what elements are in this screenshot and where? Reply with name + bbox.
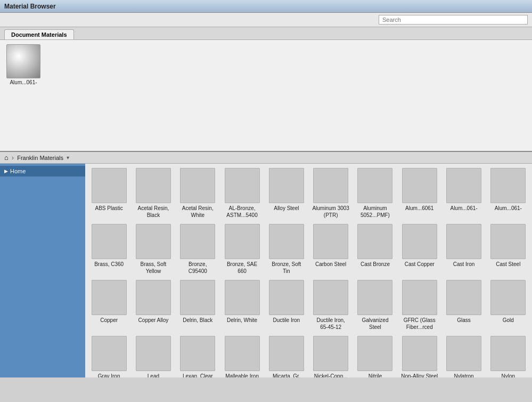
grid-item[interactable]: Delrin, Black	[176, 278, 219, 333]
grid-item-label: Alum...6061	[405, 205, 433, 212]
lib-content: ▶ Home ABS PlasticAcetal Resin, BlackAce…	[0, 164, 532, 377]
grid-item[interactable]: Non-Alloy Steel	[398, 334, 441, 377]
grid-item[interactable]: Gray Iron	[87, 334, 130, 377]
grid-item-thumb	[180, 224, 215, 259]
grid-item[interactable]: Acetal Resin, White	[176, 166, 219, 221]
search-input[interactable]	[379, 15, 528, 25]
grid-item-label: Bronze, C95400	[179, 261, 216, 275]
sidebar-item-home[interactable]: ▶ Home	[0, 166, 85, 176]
grid-item-label: Brass, Soft Yellow	[135, 261, 172, 275]
grid-item-thumb	[92, 336, 127, 371]
grid-item-thumb	[136, 280, 171, 315]
grid-item-thumb	[180, 168, 215, 203]
grid-item[interactable]: ABS Plastic	[87, 166, 130, 221]
grid-item[interactable]: Bronze, SAE 660	[220, 222, 264, 277]
grid-item-label: Nitrile	[369, 373, 382, 377]
grid-item[interactable]: Cast Bronze	[354, 222, 397, 277]
grid-item-thumb	[446, 168, 481, 203]
grid-item[interactable]: Acetal Resin, Black	[132, 166, 175, 221]
grid-item-label: Nickel-Copp... 400	[312, 373, 349, 377]
document-materials-panel: Alum...061-	[0, 40, 532, 152]
search-bar	[0, 13, 532, 27]
grid-item-label: Lead	[148, 373, 159, 377]
grid-item[interactable]: AL-Bronze, ASTM...5400	[220, 166, 264, 221]
grid-item-thumb	[357, 280, 392, 315]
grid-item-thumb	[136, 336, 171, 371]
sidebar: ▶ Home	[0, 164, 85, 377]
grid-item[interactable]: Nickel-Copp... 400	[309, 334, 353, 377]
grid-item-label: Cast Copper	[405, 261, 435, 268]
grid-item[interactable]: Malleable Iron	[220, 334, 264, 377]
grid-item[interactable]: Alloy Steel	[265, 166, 308, 221]
grid-item[interactable]: Bronze, C95400	[176, 222, 219, 277]
grid-item[interactable]: Bronze, Soft Tin	[265, 222, 308, 277]
grid-item[interactable]: Delrin, White	[220, 278, 264, 333]
grid-item-thumb	[446, 224, 481, 259]
grid-item-thumb	[92, 168, 127, 203]
grid-item[interactable]: Aluminum 5052...PMF)	[354, 166, 397, 221]
grid-item-label: Brass, C360	[94, 261, 124, 268]
grid-item-label: Gold	[503, 317, 514, 324]
grid-item[interactable]: Cast Iron	[442, 222, 485, 277]
grid-item-label: GFRC (Glass Fiber...rced	[401, 317, 438, 331]
grid-item[interactable]: Ductile Iron	[265, 278, 308, 333]
grid-item-label: Acetal Resin, White	[179, 205, 216, 219]
grid-item-label: Alum...061-	[495, 205, 522, 212]
grid-item[interactable]: Aluminum 3003 (PTR)	[309, 166, 353, 221]
grid-item-label: Cast Iron	[453, 261, 475, 268]
grid-item-thumb	[269, 280, 304, 315]
grid-item-label: Galvanized Steel	[356, 317, 394, 331]
grid-item-label: Nylatron	[454, 373, 473, 377]
tab-document-materials[interactable]: Document Materials	[4, 29, 74, 39]
grid-item-thumb	[402, 168, 437, 203]
grid-item[interactable]: Nitrile	[354, 334, 397, 377]
grid-item[interactable]: Copper	[87, 278, 130, 333]
grid-item[interactable]: Cast Copper	[398, 222, 441, 277]
grid-item[interactable]: Alum...061-	[487, 166, 530, 221]
grid-item[interactable]: Cast Steel	[487, 222, 530, 277]
sidebar-tri-icon: ▶	[4, 168, 8, 174]
home-icon[interactable]: ⌂	[4, 154, 9, 162]
grid-item-thumb	[92, 280, 127, 315]
doc-material-item[interactable]: Alum...061-	[4, 44, 43, 85]
grid-item-label: Acetal Resin, Black	[135, 205, 172, 219]
grid-item[interactable]: Lexan, Clear	[176, 334, 219, 377]
grid-item[interactable]: Alum...061-	[442, 166, 485, 221]
grid-item-label: Lexan, Clear	[183, 373, 213, 377]
grid-item-label: Micarta, Gr. 213	[268, 373, 305, 377]
grid-item-label: Cast Bronze	[361, 261, 390, 268]
grid-item-label: ABS Plastic	[95, 205, 123, 212]
grid-item[interactable]: Alum...6061	[398, 166, 441, 221]
grid-item[interactable]: Gold	[487, 278, 530, 333]
grid-item-label: Malleable Iron	[225, 373, 259, 377]
grid-item[interactable]: Galvanized Steel	[354, 278, 397, 333]
grid-item[interactable]: Nylatron	[442, 334, 485, 377]
tab-row: Document Materials	[0, 27, 532, 40]
grid-item[interactable]: Glass	[442, 278, 485, 333]
grid-item-thumb	[357, 336, 392, 371]
grid-item[interactable]: Brass, C360	[87, 222, 130, 277]
grid-item-thumb	[313, 168, 348, 203]
grid-item[interactable]: Ductile Iron, 65-45-12	[309, 278, 353, 333]
grid-item-label: Aluminum 3003 (PTR)	[312, 205, 349, 219]
doc-material-thumb	[6, 44, 40, 78]
grid-item[interactable]: Nylon Comp...on,	[487, 334, 530, 377]
grid-item[interactable]: Carbon Steel	[309, 222, 353, 277]
lib-name-label: Franklin Materials	[17, 155, 63, 161]
grid-item[interactable]: Brass, Soft Yellow	[132, 222, 175, 277]
lib-dropdown-arrow[interactable]: ▾	[67, 155, 69, 160]
grid-item-thumb	[490, 336, 526, 371]
grid-item[interactable]: Lead	[132, 334, 175, 377]
sidebar-item-label: Home	[10, 168, 26, 174]
grid-item-thumb	[136, 224, 171, 259]
grid-item-label: Copper Alloy	[138, 317, 169, 324]
grid-item[interactable]: GFRC (Glass Fiber...rced	[398, 278, 441, 333]
grid-item-thumb	[180, 336, 215, 371]
grid-item-thumb	[402, 336, 437, 371]
grid-item-thumb	[313, 336, 348, 371]
materials-grid[interactable]: ABS PlasticAcetal Resin, BlackAcetal Res…	[85, 164, 532, 377]
grid-item[interactable]: Copper Alloy	[132, 278, 175, 333]
grid-item-label: Delrin, White	[227, 317, 257, 324]
grid-item-thumb	[313, 280, 348, 315]
grid-item[interactable]: Micarta, Gr. 213	[265, 334, 308, 377]
